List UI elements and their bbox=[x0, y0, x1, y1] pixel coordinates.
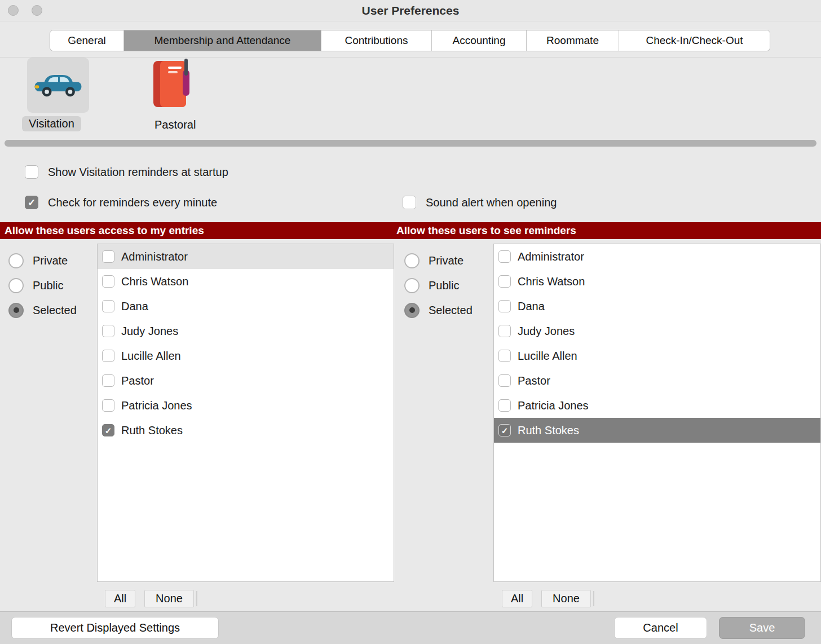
access-none-button[interactable]: None bbox=[144, 590, 194, 607]
user-name: Ruth Stokes bbox=[121, 424, 183, 437]
user-row-dana[interactable]: Dana bbox=[494, 294, 820, 319]
toolbar-label-visitation[interactable]: Visitation bbox=[22, 116, 81, 131]
access-all-button[interactable]: All bbox=[105, 590, 135, 607]
access-user-list: Administrator Chris Watson Dana Judy Jon… bbox=[97, 244, 394, 582]
user-checkbox[interactable]: ✓ bbox=[102, 424, 114, 436]
user-checkbox[interactable] bbox=[102, 300, 114, 312]
tab-contributions[interactable]: Contributions bbox=[321, 30, 431, 51]
car-icon bbox=[32, 68, 84, 102]
user-row-judy-jones[interactable]: Judy Jones bbox=[98, 319, 394, 343]
check-icon: ✓ bbox=[28, 198, 36, 208]
revert-displayed-settings-button[interactable]: Revert Displayed Settings bbox=[11, 617, 219, 639]
user-checkbox[interactable] bbox=[498, 350, 511, 362]
user-name: Chris Watson bbox=[518, 275, 585, 288]
tab-row-divider bbox=[0, 57, 821, 58]
user-checkbox[interactable] bbox=[102, 399, 114, 412]
user-row-pastor[interactable]: Pastor bbox=[494, 368, 820, 393]
reminders-privacy-radio-group: Private Public Selected bbox=[404, 253, 473, 327]
user-row-pastor[interactable]: Pastor bbox=[98, 368, 394, 393]
user-row-chris-watson[interactable]: Chris Watson bbox=[98, 269, 394, 294]
user-name: Judy Jones bbox=[518, 325, 575, 338]
user-name: Ruth Stokes bbox=[518, 424, 579, 437]
show-reminders-label: Show Visitation reminders at startup bbox=[48, 166, 228, 179]
reminders-selected-radio[interactable] bbox=[404, 303, 420, 318]
section-header-bar: Allow these users access to my entries A… bbox=[0, 222, 821, 239]
check-interval-checkbox[interactable]: ✓ bbox=[25, 196, 38, 209]
user-name: Pastor bbox=[518, 374, 550, 387]
toolbar-item-visitation[interactable] bbox=[27, 58, 89, 113]
save-button[interactable]: Save bbox=[719, 617, 805, 639]
toolbar-label-pastoral[interactable]: Pastoral bbox=[148, 117, 202, 133]
reminders-user-list: Administrator Chris Watson Dana Judy Jon… bbox=[493, 244, 821, 582]
user-checkbox[interactable] bbox=[498, 275, 511, 288]
user-row-lucille-allen[interactable]: Lucille Allen bbox=[494, 343, 820, 368]
title-bar: User Preferences bbox=[0, 0, 821, 21]
user-checkbox[interactable] bbox=[498, 250, 511, 263]
access-private-radio[interactable] bbox=[8, 253, 24, 268]
user-checkbox[interactable]: ✓ bbox=[498, 424, 511, 436]
user-row-lucille-allen[interactable]: Lucille Allen bbox=[98, 343, 394, 368]
user-checkbox[interactable] bbox=[102, 250, 114, 263]
reminders-selected-label: Selected bbox=[429, 304, 473, 317]
option-check-interval: ✓ Check for reminders every minute bbox=[25, 195, 217, 210]
access-selected-option: Selected bbox=[8, 302, 77, 318]
toolbar-item-pastoral[interactable] bbox=[144, 56, 201, 113]
user-name: Administrator bbox=[518, 250, 584, 263]
user-checkbox[interactable] bbox=[498, 374, 511, 387]
reminders-private-radio[interactable] bbox=[404, 253, 420, 268]
reminders-public-label: Public bbox=[429, 279, 459, 292]
option-show-reminders: Show Visitation reminders at startup bbox=[25, 164, 228, 180]
user-row-ruth-stokes[interactable]: ✓ Ruth Stokes bbox=[494, 418, 820, 443]
user-row-chris-watson[interactable]: Chris Watson bbox=[494, 269, 820, 294]
user-row-dana[interactable]: Dana bbox=[98, 294, 394, 319]
user-row-administrator[interactable]: Administrator bbox=[494, 244, 820, 269]
user-checkbox[interactable] bbox=[102, 325, 114, 337]
footer-bar: Revert Displayed Settings Cancel Save bbox=[0, 611, 821, 644]
user-row-patricia-jones[interactable]: Patricia Jones bbox=[494, 393, 820, 418]
reminders-selected-option: Selected bbox=[404, 302, 473, 318]
access-section-header: Allow these users access to my entries bbox=[5, 222, 204, 239]
reminders-public-radio[interactable] bbox=[404, 278, 420, 293]
access-selected-radio[interactable] bbox=[8, 303, 24, 318]
show-reminders-checkbox[interactable] bbox=[25, 165, 38, 179]
radio-dot bbox=[409, 307, 415, 313]
user-name: Chris Watson bbox=[121, 275, 188, 288]
user-name: Dana bbox=[518, 300, 545, 313]
access-public-radio[interactable] bbox=[8, 278, 24, 293]
preferences-tab-bar: General Membership and Attendance Contri… bbox=[50, 30, 770, 51]
sound-alert-label: Sound alert when opening bbox=[426, 196, 557, 209]
user-name: Lucille Allen bbox=[121, 350, 181, 363]
user-name: Patricia Jones bbox=[518, 399, 589, 412]
sound-alert-checkbox[interactable] bbox=[403, 196, 416, 209]
tab-check-in-check-out[interactable]: Check-In/Check-Out bbox=[619, 30, 770, 51]
user-name: Pastor bbox=[121, 374, 154, 387]
user-checkbox[interactable] bbox=[102, 275, 114, 288]
user-row-administrator[interactable]: Administrator bbox=[98, 244, 394, 269]
cancel-button[interactable]: Cancel bbox=[614, 617, 707, 639]
tab-general[interactable]: General bbox=[50, 30, 123, 51]
user-name: Dana bbox=[121, 300, 148, 313]
user-checkbox[interactable] bbox=[102, 350, 114, 362]
check-icon: ✓ bbox=[105, 426, 112, 435]
user-name: Patricia Jones bbox=[121, 399, 192, 412]
user-row-patricia-jones[interactable]: Patricia Jones bbox=[98, 393, 394, 418]
check-interval-label: Check for reminders every minute bbox=[48, 196, 217, 209]
toolbar-scrollbar-thumb[interactable] bbox=[5, 140, 816, 147]
tab-roommate[interactable]: Roommate bbox=[526, 30, 619, 51]
reminders-private-option: Private bbox=[404, 253, 473, 268]
user-checkbox[interactable] bbox=[102, 374, 114, 387]
reminders-all-button[interactable]: All bbox=[502, 590, 532, 607]
tab-membership-and-attendance[interactable]: Membership and Attendance bbox=[123, 30, 321, 51]
user-checkbox[interactable] bbox=[498, 399, 511, 412]
user-name: Lucille Allen bbox=[518, 350, 577, 363]
reminders-none-button[interactable]: None bbox=[541, 590, 591, 607]
user-row-ruth-stokes[interactable]: ✓ Ruth Stokes bbox=[98, 418, 394, 443]
button-divider bbox=[593, 591, 594, 606]
radio-dot bbox=[14, 307, 19, 313]
user-row-judy-jones[interactable]: Judy Jones bbox=[494, 319, 820, 343]
user-name: Judy Jones bbox=[121, 325, 178, 338]
tab-accounting[interactable]: Accounting bbox=[431, 30, 526, 51]
user-checkbox[interactable] bbox=[498, 325, 511, 337]
reminders-section-header: Allow these users to see reminders bbox=[396, 222, 576, 239]
user-checkbox[interactable] bbox=[498, 300, 511, 312]
